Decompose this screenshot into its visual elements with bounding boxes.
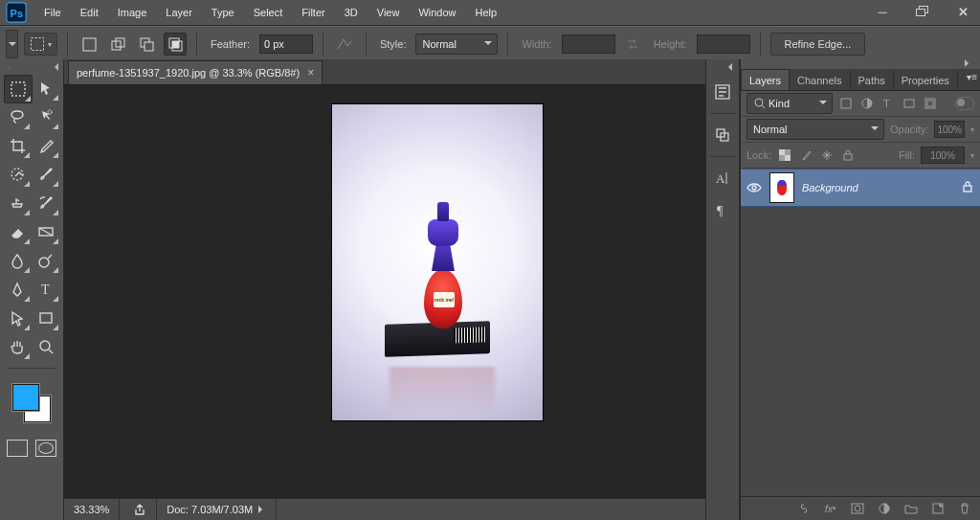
tool-hand[interactable] bbox=[4, 333, 31, 360]
status-docsize[interactable]: Doc: 7.03M/7.03M bbox=[157, 499, 277, 520]
separator bbox=[507, 33, 508, 56]
new-adjustment-button[interactable] bbox=[877, 501, 892, 516]
menu-3d[interactable]: 3D bbox=[335, 3, 368, 22]
tool-eraser[interactable] bbox=[4, 218, 31, 245]
color-swatches[interactable] bbox=[11, 382, 53, 424]
refine-edge-button[interactable]: Refine Edge... bbox=[770, 33, 866, 56]
menu-layer[interactable]: Layer bbox=[156, 3, 202, 22]
fill-input[interactable]: 100% bbox=[921, 147, 965, 164]
menu-select[interactable]: Select bbox=[244, 3, 293, 22]
lock-pixels-button[interactable] bbox=[798, 147, 813, 163]
tool-eyedropper[interactable] bbox=[33, 132, 59, 159]
filter-smart-icon[interactable] bbox=[923, 96, 938, 111]
window-minimize-button[interactable]: ─ bbox=[871, 4, 894, 19]
layer-list-empty[interactable] bbox=[741, 207, 980, 496]
separator bbox=[323, 33, 323, 56]
toolbox-grip[interactable]: ∙∙ bbox=[1, 63, 62, 72]
tool-zoom[interactable] bbox=[33, 333, 59, 360]
selection-intersect-button[interactable] bbox=[164, 33, 187, 56]
svg-rect-9 bbox=[145, 42, 153, 51]
filter-toggle[interactable] bbox=[955, 97, 974, 110]
menu-image[interactable]: Image bbox=[108, 3, 157, 22]
panel-menu-button[interactable]: ▾≡ bbox=[967, 72, 977, 82]
tab-properties[interactable]: Properties bbox=[894, 70, 958, 90]
tool-quick-select[interactable] bbox=[33, 103, 59, 130]
layer-row-background[interactable]: Background bbox=[741, 169, 980, 207]
menu-view[interactable]: View bbox=[368, 3, 410, 22]
antialias-checkbox[interactable] bbox=[333, 33, 356, 56]
tool-blur[interactable] bbox=[4, 247, 31, 274]
close-tab-icon[interactable]: × bbox=[307, 66, 314, 79]
options-flyout[interactable] bbox=[6, 30, 18, 58]
layers-panel: Kind T Normal Opacity: 100% ▾ Lock: bbox=[741, 91, 980, 207]
add-mask-button[interactable] bbox=[850, 501, 865, 516]
window-close-button[interactable]: ✕ bbox=[951, 4, 974, 19]
separator bbox=[196, 33, 197, 56]
new-layer-button[interactable] bbox=[930, 501, 946, 516]
status-zoom[interactable]: 33.33% bbox=[64, 499, 120, 520]
lock-position-button[interactable] bbox=[819, 147, 835, 163]
opacity-input[interactable]: 100% bbox=[934, 121, 965, 138]
tool-rectangle-shape[interactable] bbox=[33, 305, 59, 331]
svg-text:T: T bbox=[41, 283, 50, 297]
layer-fx-button[interactable]: fx▾ bbox=[823, 501, 838, 516]
lock-all-button[interactable] bbox=[840, 147, 856, 163]
menu-window[interactable]: Window bbox=[409, 3, 465, 22]
link-layers-button[interactable] bbox=[796, 501, 812, 516]
blend-mode-select[interactable]: Normal bbox=[746, 119, 884, 140]
tool-move[interactable] bbox=[33, 75, 59, 102]
feather-input[interactable] bbox=[259, 34, 313, 54]
filter-kind-select[interactable]: Kind bbox=[746, 93, 833, 114]
filter-adjust-icon[interactable] bbox=[859, 96, 875, 111]
tool-clone-stamp[interactable] bbox=[4, 190, 31, 216]
selection-new-button[interactable] bbox=[78, 33, 100, 56]
tab-channels[interactable]: Channels bbox=[790, 70, 850, 90]
canvas-viewport[interactable]: rock me! bbox=[64, 85, 705, 498]
tool-pen[interactable] bbox=[4, 276, 31, 303]
document-tab[interactable]: perfume-1351937_1920.jpg @ 33.3% (RGB/8#… bbox=[68, 60, 323, 84]
paragraph-panel-icon[interactable]: ¶ bbox=[711, 199, 734, 222]
tool-path-select[interactable] bbox=[4, 305, 31, 331]
fill-label: Fill: bbox=[899, 149, 915, 161]
window-restore-button[interactable] bbox=[911, 4, 934, 19]
status-share-button[interactable] bbox=[120, 499, 157, 520]
tool-brush[interactable] bbox=[33, 161, 59, 188]
tool-type[interactable]: T bbox=[33, 276, 59, 303]
layer-thumbnail[interactable] bbox=[769, 172, 794, 203]
menu-filter[interactable]: Filter bbox=[292, 3, 334, 22]
dock-grip[interactable] bbox=[709, 63, 736, 71]
style-select[interactable]: Normal bbox=[415, 34, 498, 55]
selection-add-button[interactable] bbox=[106, 33, 129, 56]
delete-layer-button[interactable] bbox=[957, 501, 972, 516]
layer-name[interactable]: Background bbox=[802, 182, 858, 193]
character-panel-icon[interactable]: A bbox=[711, 167, 734, 190]
filter-type-icon[interactable]: T bbox=[880, 96, 896, 111]
tab-layers[interactable]: Layers bbox=[741, 69, 790, 90]
new-group-button[interactable] bbox=[903, 501, 919, 516]
color-panel-icon[interactable] bbox=[711, 124, 734, 147]
panel-grip[interactable] bbox=[741, 59, 980, 69]
menu-type[interactable]: Type bbox=[202, 3, 244, 22]
tool-healing-brush[interactable] bbox=[4, 161, 31, 188]
edit-standard-mode-button[interactable] bbox=[7, 440, 28, 457]
tool-history-brush[interactable] bbox=[33, 190, 59, 216]
tool-rect-marquee[interactable] bbox=[4, 75, 33, 103]
menu-edit[interactable]: Edit bbox=[71, 3, 108, 22]
foreground-color-swatch[interactable] bbox=[12, 384, 39, 411]
edit-quickmask-mode-button[interactable] bbox=[35, 440, 56, 457]
history-panel-icon[interactable] bbox=[711, 80, 734, 103]
filter-pixel-icon[interactable] bbox=[838, 96, 854, 111]
filter-shape-icon[interactable] bbox=[902, 96, 917, 111]
canvas[interactable]: rock me! bbox=[332, 104, 543, 420]
tool-gradient[interactable] bbox=[33, 218, 59, 245]
tool-dodge[interactable] bbox=[33, 247, 59, 274]
visibility-toggle[interactable] bbox=[746, 180, 762, 195]
menu-file[interactable]: File bbox=[34, 3, 71, 22]
tool-crop[interactable] bbox=[4, 132, 31, 159]
tool-lasso[interactable] bbox=[4, 103, 31, 130]
lock-transparent-button[interactable] bbox=[777, 147, 792, 163]
marquee-tool-preset[interactable]: ▾ bbox=[24, 33, 57, 56]
selection-subtract-button[interactable] bbox=[135, 33, 158, 56]
tab-paths[interactable]: Paths bbox=[851, 70, 894, 90]
menu-help[interactable]: Help bbox=[466, 3, 507, 22]
